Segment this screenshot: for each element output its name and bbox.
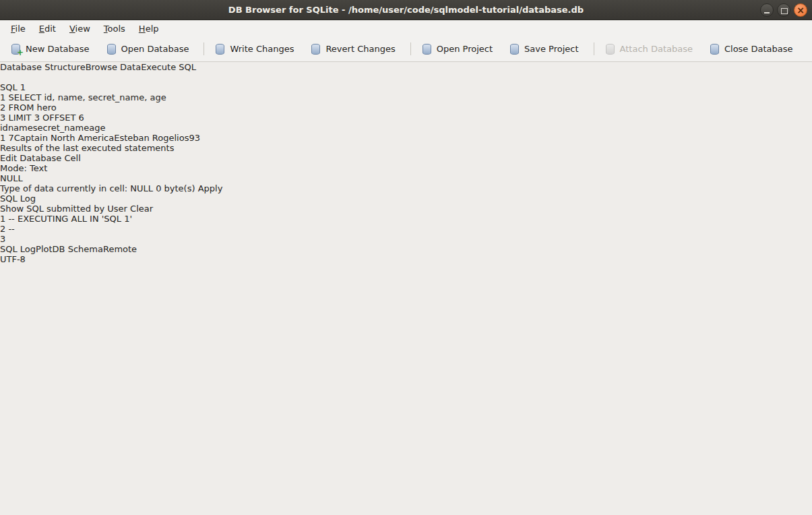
apply-button: Apply xyxy=(198,183,223,193)
toolbar-button-label: Write Changes xyxy=(230,44,294,54)
cell-type-info: Type of data currently in cell: NULL xyxy=(0,183,153,193)
sql-editor-tab[interactable]: SQL 1 xyxy=(0,82,812,92)
column-header[interactable]: secret_name xyxy=(33,123,89,133)
log-filter-select[interactable]: User xyxy=(107,204,130,214)
menu-file[interactable]: File xyxy=(4,22,32,36)
code-line-content: SELECT id, name, secret_name, age xyxy=(8,92,166,102)
grid-cell[interactable]: 7 xyxy=(8,133,13,143)
sql-log-title: SQL Log xyxy=(0,193,36,204)
write-changes-button[interactable]: Write Changes xyxy=(208,39,304,59)
grid-cell[interactable]: Captain North America xyxy=(14,133,114,143)
toolbar-button-label: Open Project xyxy=(437,44,493,54)
statusbar: UTF-8 xyxy=(0,254,812,264)
toolbar-button-label: Close Database xyxy=(724,44,793,54)
cell-info-row: Type of data currently in cell: NULL 0 b… xyxy=(0,183,812,193)
new-database-icon xyxy=(10,43,22,55)
tab-sql-log[interactable]: SQL Log xyxy=(0,244,36,254)
minimize-icon[interactable] xyxy=(760,3,774,17)
table-row: 1 7Captain North AmericaEsteban Rogelios… xyxy=(0,133,812,143)
sql-code-editor[interactable]: 1 SELECT id, name, secret_name, age 2 FR… xyxy=(0,92,812,123)
sql-log-view[interactable]: 1 -- EXECUTING ALL IN 'SQL 1' 2 -- 3 xyxy=(0,214,812,244)
tab-browse-data[interactable]: Browse Data xyxy=(86,62,142,72)
code-token: OFFSET xyxy=(42,113,75,123)
cell-value: NULL xyxy=(0,173,23,183)
close-database-button[interactable]: Close Database xyxy=(703,39,803,59)
log-text: -- EXECUTING ALL IN 'SQL 1' xyxy=(8,214,132,224)
code-line: 2 FROM hero xyxy=(0,102,812,113)
maximize-icon[interactable] xyxy=(777,3,790,17)
open-database-icon xyxy=(106,43,117,55)
main-tab-bar: Database StructureBrowse DataExecute SQL xyxy=(0,62,812,72)
window-controls xyxy=(760,3,807,17)
line-number: 3 xyxy=(0,113,5,123)
tab-execute-sql[interactable]: Execute SQL xyxy=(141,62,196,72)
tab-db-schema[interactable]: DB Schema xyxy=(53,244,103,254)
main-body: Database StructureBrowse DataExecute SQL xyxy=(0,62,812,254)
cell-size-info: 0 byte(s) xyxy=(156,183,195,193)
row-number[interactable]: 1 xyxy=(0,133,5,143)
sql-log-controls: Show SQL submitted by User Clear xyxy=(0,204,812,214)
menu-tools[interactable]: Tools xyxy=(97,22,132,36)
attach-database-icon xyxy=(604,43,616,55)
log-line: 3 xyxy=(0,234,812,244)
cell-editor[interactable]: NULL xyxy=(0,173,812,183)
tab-database-structure[interactable]: Database Structure xyxy=(0,62,86,72)
left-pane: Database StructureBrowse DataExecute SQL xyxy=(0,62,812,153)
window-title: DB Browser for SQLite - /home/user/code/… xyxy=(228,5,584,15)
save-project-icon xyxy=(509,43,520,55)
open-database-button[interactable]: Open Database xyxy=(100,39,199,59)
code-line: 3 LIMIT 3 OFFSET 6 xyxy=(0,113,812,123)
column-header[interactable]: name xyxy=(8,123,33,133)
grid-header-cells: idnamesecret_nameage xyxy=(0,123,105,133)
cell-mode-select[interactable]: Text xyxy=(30,163,50,173)
log-text: -- xyxy=(8,224,14,234)
log-line-number: 2 xyxy=(0,224,5,234)
attach-database-button[interactable]: Attach Database xyxy=(598,39,703,59)
titlebar: DB Browser for SQLite - /home/user/code/… xyxy=(0,0,812,20)
log-filter-label: Show SQL submitted by xyxy=(0,204,104,214)
toolbar-button-label: Save Project xyxy=(524,44,579,54)
save-project-button[interactable]: Save Project xyxy=(503,39,589,59)
menu-edit[interactable]: Edit xyxy=(32,22,63,36)
row-cells: 7Captain North AmericaEsteban Rogelios93 xyxy=(8,133,200,143)
menu-view[interactable]: View xyxy=(63,22,97,36)
mode-value: Text xyxy=(30,163,47,173)
right-pane: Edit Database Cell Mode: Text NULL xyxy=(0,153,812,254)
line-number: 2 xyxy=(0,102,5,113)
cell-mode-row: Mode: Text xyxy=(0,163,812,173)
toolbar-button-label: Revert Changes xyxy=(325,44,395,54)
log-line: 2 -- xyxy=(0,224,812,234)
menu-help[interactable]: Help xyxy=(132,22,166,36)
close-icon[interactable] xyxy=(794,3,807,17)
log-line: 1 -- EXECUTING ALL IN 'SQL 1' xyxy=(0,214,812,224)
new-database-button[interactable]: New Database xyxy=(4,39,100,59)
close-database-icon xyxy=(709,43,720,55)
grid-cell[interactable]: Esteban Rogelios xyxy=(114,133,189,143)
column-header[interactable]: id xyxy=(0,123,8,133)
results-message-box: Results of the last executed statements xyxy=(0,143,812,153)
results-grid: idnamesecret_nameage 1 7Captain North Am… xyxy=(0,123,812,143)
revert-changes-icon xyxy=(310,43,321,55)
sql-log-header: SQL Log xyxy=(0,193,812,204)
code-line: 1 SELECT id, name, secret_name, age xyxy=(0,92,812,102)
tab-remote[interactable]: Remote xyxy=(103,244,137,254)
column-header[interactable]: age xyxy=(89,123,105,133)
code-token: 6 xyxy=(79,113,84,123)
grid-cell[interactable]: 93 xyxy=(189,133,200,143)
menubar: FileEditViewToolsHelp xyxy=(0,20,812,36)
tab-plot[interactable]: Plot xyxy=(36,244,53,254)
line-number: 1 xyxy=(0,92,5,102)
log-filter-value: User xyxy=(107,204,127,214)
toolbar-button-label: New Database xyxy=(26,44,90,54)
grid-rows: 1 7Captain North AmericaEsteban Rogelios… xyxy=(0,133,812,143)
clear-log-button[interactable]: Clear xyxy=(130,204,153,214)
sql-tab-bar: SQL 1 xyxy=(0,82,812,92)
write-changes-icon xyxy=(214,43,226,55)
open-project-button[interactable]: Open Project xyxy=(415,39,503,59)
revert-changes-button[interactable]: Revert Changes xyxy=(304,39,405,59)
bottom-tab-bar: SQL LogPlotDB SchemaRemote xyxy=(0,244,812,254)
toolbar-button-label: Open Database xyxy=(121,44,189,54)
sql-editor-toolbar xyxy=(0,72,812,82)
grid-header-row: idnamesecret_nameage xyxy=(0,123,812,133)
results-message: Results of the last executed statements xyxy=(0,143,174,153)
